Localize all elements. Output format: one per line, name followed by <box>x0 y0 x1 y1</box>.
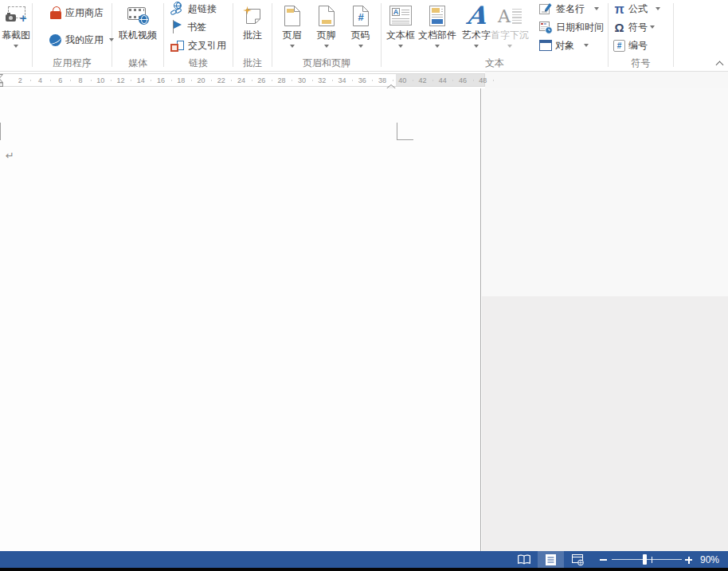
quick-parts-button[interactable]: 文档部件 <box>418 0 456 48</box>
dropdown-arrow <box>507 45 512 48</box>
group-label-links: 链接 <box>164 57 233 69</box>
ruler-number: 2 <box>14 76 26 84</box>
ruler-number: 6 <box>54 76 67 84</box>
dropdown-arrow <box>594 7 599 10</box>
zoom-out-button[interactable] <box>600 559 607 561</box>
hyperlink-icon <box>170 2 185 16</box>
zoom-percentage[interactable]: 90% <box>700 554 719 565</box>
ruler-number: 32 <box>315 76 328 84</box>
zoom-slider-track[interactable] <box>612 559 682 560</box>
header-button[interactable]: 页眉 <box>275 0 309 48</box>
dropdown-arrow <box>584 44 589 47</box>
text-box-button[interactable]: A 文本框 <box>383 0 418 48</box>
ruler-number: 8 <box>74 76 87 84</box>
cross-reference-icon <box>170 39 185 53</box>
ruler-number: 46 <box>456 76 469 84</box>
print-layout-icon <box>545 553 557 566</box>
date-time-button[interactable]: 日期和时间 <box>538 19 604 35</box>
ruler-number: 26 <box>255 76 268 84</box>
read-mode-button[interactable] <box>511 551 537 568</box>
screenshot-icon: + <box>6 6 27 25</box>
ruler-number: 30 <box>296 76 308 84</box>
crop-mark-top-right-h <box>397 139 413 140</box>
collapse-ribbon-icon[interactable] <box>715 60 723 68</box>
date-time-icon <box>538 20 553 34</box>
ribbon-group-apps: 应用商店 我的应用 应用程序 <box>33 0 112 71</box>
web-layout-icon <box>571 553 585 566</box>
dropdown-arrow <box>14 45 18 48</box>
document-area: ↵ <box>0 88 728 551</box>
ribbon-insert-tab: + 幕截图 应用商店 我的应用 应用程序 <box>0 0 728 72</box>
comment-icon <box>243 6 262 25</box>
footer-button[interactable]: 页脚 <box>309 0 343 48</box>
document-page[interactable] <box>0 88 481 551</box>
object-button[interactable]: 对象 <box>538 37 604 53</box>
symbol-icon: Ω <box>613 21 626 34</box>
bookmark-button[interactable]: 书签 <box>170 19 233 35</box>
svg-text:A: A <box>393 8 399 16</box>
quick-parts-icon <box>429 5 446 27</box>
crop-mark-top-right <box>397 123 397 140</box>
online-video-button[interactable]: 联机视频 <box>114 0 162 41</box>
ruler-number: 44 <box>436 76 449 84</box>
page-number-icon: # <box>352 5 370 27</box>
ruler-number: 20 <box>195 76 208 84</box>
read-mode-icon <box>517 554 531 565</box>
ruler-number: 16 <box>155 76 167 84</box>
my-apps-button[interactable]: 我的应用 <box>49 32 112 48</box>
horizontal-ruler[interactable]: 2468101214161820222426283032343638404244… <box>0 73 485 87</box>
dropdown-arrow <box>290 45 295 48</box>
drop-cap-icon: A <box>498 6 522 25</box>
drop-cap-button[interactable]: A 首字下沉 <box>492 0 527 48</box>
ruler-number: 48 <box>476 76 489 84</box>
page-number-button[interactable]: # 页码 <box>343 0 378 48</box>
wordart-icon: A <box>465 3 487 28</box>
signature-line-icon <box>538 2 553 16</box>
crop-mark-top-left <box>0 123 1 140</box>
header-icon <box>284 5 301 27</box>
ribbon-group-illustrations: + 幕截图 <box>0 0 32 71</box>
cross-reference-button[interactable]: 交叉引用 <box>170 37 233 53</box>
ruler-number: 14 <box>135 76 147 84</box>
dropdown-arrow <box>358 45 363 48</box>
web-layout-button[interactable] <box>565 551 591 568</box>
dropdown-arrow <box>650 25 655 29</box>
group-label-text: 文本 <box>382 57 608 69</box>
comment-button[interactable]: 批注 <box>235 0 270 41</box>
ruler-number: 28 <box>276 76 288 84</box>
ruler-number: 36 <box>356 76 369 84</box>
ribbon-group-symbols: π 公式 Ω 符号 # 编号 符号 <box>609 0 673 71</box>
group-label-media: 媒体 <box>112 57 163 69</box>
zoom-slider-thumb[interactable] <box>643 554 647 565</box>
equation-icon: π <box>613 2 626 16</box>
dropdown-arrow <box>656 7 660 10</box>
app-store-button[interactable]: 应用商店 <box>49 5 112 21</box>
screenshot-button[interactable]: + 幕截图 <box>0 0 32 48</box>
group-label-header-footer: 页眉和页脚 <box>272 57 381 69</box>
dropdown-arrow <box>324 45 329 48</box>
number-button[interactable]: # 编号 <box>613 37 673 53</box>
wordart-button[interactable]: A 艺术字 <box>458 0 495 48</box>
left-indent-marker[interactable] <box>0 74 4 90</box>
paragraph-mark: ↵ <box>6 151 14 161</box>
print-layout-button[interactable] <box>538 551 564 568</box>
my-apps-icon <box>49 34 61 46</box>
group-label-comment: 批注 <box>233 57 272 69</box>
group-label-apps: 应用程序 <box>33 57 112 69</box>
ribbon-group-text: A 文本框 文档部件 A <box>382 0 608 71</box>
dropdown-arrow <box>474 45 479 48</box>
text-box-icon: A <box>389 5 413 26</box>
ruler-number: 10 <box>94 76 107 84</box>
signature-line-button[interactable]: 签名行 <box>538 1 604 17</box>
bottom-strip <box>0 568 728 571</box>
group-label-symbols: 符号 <box>609 57 673 69</box>
ribbon-group-media: 联机视频 媒体 <box>112 0 163 71</box>
ruler-number: 4 <box>34 76 47 84</box>
hyperlink-button[interactable]: 超链接 <box>170 1 233 17</box>
ruler-number: 22 <box>215 76 228 84</box>
ruler-number: 40 <box>396 76 409 84</box>
ribbon-group-comment: 批注 批注 <box>233 0 272 71</box>
ruler-row: 2468101214161820222426283032343638404244… <box>0 72 728 88</box>
equation-button[interactable]: π 公式 <box>613 1 673 17</box>
symbol-button[interactable]: Ω 符号 <box>613 19 673 35</box>
